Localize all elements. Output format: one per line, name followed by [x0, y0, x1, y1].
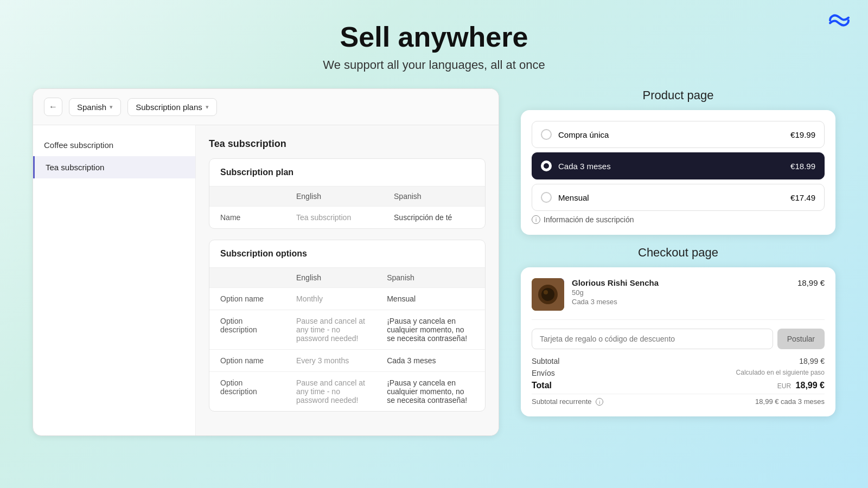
checkout-card: 1 Glorious Rishi Sencha 50g Cada 3 meses	[521, 267, 835, 416]
checkout-page-title: Checkout page	[521, 246, 835, 260]
opt1-label: Option name	[209, 288, 285, 310]
table-row: Option description Pause and cancel at a…	[209, 372, 485, 412]
discount-row: Postular	[532, 329, 825, 349]
page-subtitle: We support all your languages, all at on…	[0, 58, 868, 72]
panel-body: Coffee subscription Tea subscription Tea…	[33, 125, 499, 436]
opt2-spanish: ¡Pausa y cancela en cualquier momento, n…	[376, 310, 485, 350]
radio-icon-0	[541, 129, 552, 140]
subtotal-value: 18,99 €	[799, 357, 825, 365]
sidebar: Coffee subscription Tea subscription	[33, 125, 196, 436]
opts-col-spanish: Spanish	[376, 268, 485, 288]
total-value: 18,99 €	[796, 381, 825, 390]
product-weight: 50g	[572, 288, 790, 297]
plan-option-2[interactable]: Mensual €17.49	[532, 184, 825, 211]
product-page-title: Product page	[521, 88, 835, 102]
shipping-value: Calculado en el siguiente paso	[736, 369, 825, 377]
recurring-row: Subtotal recurrente i 18,99 € cada 3 mes…	[532, 394, 825, 406]
panel-header: ← Spanish ▾ Subscription plans ▾	[33, 89, 499, 125]
page-header: Sell anywhere We support all your langua…	[0, 0, 868, 83]
recurring-label: Subtotal recurrente	[532, 397, 592, 406]
table-row: Option name Monthly Mensual	[209, 288, 485, 310]
opt3-english: Every 3 months	[285, 350, 376, 372]
total-label: Total	[532, 381, 552, 390]
table-row: Option name Every 3 months Cada 3 meses	[209, 350, 485, 372]
shipping-row: Envíos Calculado en el siguiente paso	[532, 369, 825, 377]
table-row: Option description Pause and cancel at a…	[209, 310, 485, 350]
opts-col-empty	[209, 268, 285, 288]
svg-point-3	[544, 290, 548, 294]
content-area: Tea subscription Subscription plan Engli…	[196, 125, 499, 436]
recurring-info-icon: i	[596, 398, 603, 406]
row-label-name: Name	[209, 207, 285, 229]
plan-label-0: Compra única	[558, 130, 609, 139]
product-price: 18,99 €	[797, 278, 825, 287]
col-header-empty	[209, 187, 285, 207]
total-row: Total EUR 18,99 €	[532, 381, 825, 390]
recurring-value: 18,99 € cada 3 meses	[755, 397, 825, 406]
table-row: Name Tea subscription Suscripción de té	[209, 207, 485, 229]
sidebar-item-tea[interactable]: Tea subscription	[33, 156, 195, 178]
product-frequency: Cada 3 meses	[572, 298, 790, 306]
section-title: Tea subscription	[209, 138, 486, 150]
plan-price-0: €19.99	[790, 130, 815, 139]
plan-label-2: Mensual	[558, 193, 589, 202]
checkout-item: 1 Glorious Rishi Sencha 50g Cada 3 meses	[532, 278, 825, 320]
opt1-spanish: Mensual	[376, 288, 485, 310]
apply-button[interactable]: Postular	[777, 329, 825, 349]
product-page-card: Compra única €19.99 Cada 3 meses €18.99 …	[521, 110, 835, 235]
total-currency: EUR	[777, 382, 791, 390]
opt4-label: Option description	[209, 372, 285, 412]
back-button[interactable]: ←	[44, 98, 62, 116]
radio-icon-1	[541, 160, 552, 171]
opt4-spanish: ¡Pausa y cancela en cualquier momento, n…	[376, 372, 485, 412]
page-title: Sell anywhere	[0, 22, 868, 53]
discount-input[interactable]	[532, 329, 773, 349]
info-row: i Información de suscripción	[532, 215, 825, 224]
opt2-label: Option description	[209, 310, 285, 350]
radio-icon-2	[541, 192, 552, 203]
subscription-plan-card: Subscription plan English Spanish Name	[209, 158, 486, 229]
product-image: 1	[532, 278, 564, 311]
right-panel: Product page Compra única €19.99 Cada 3 …	[521, 88, 835, 436]
checkout-section: Checkout page 1 Glorious Ris	[521, 246, 835, 416]
plan-label-1: Cada 3 meses	[558, 162, 611, 171]
subscription-plan-table: English Spanish Name Tea subscription Su…	[209, 187, 485, 228]
info-icon: i	[532, 215, 540, 224]
loop-logo	[825, 11, 852, 35]
shipping-label: Envíos	[532, 369, 555, 377]
left-panel: ← Spanish ▾ Subscription plans ▾ Coffee …	[33, 88, 499, 436]
subtotal-label: Subtotal	[532, 357, 559, 365]
svg-point-2	[541, 288, 554, 301]
plan-price-2: €17.49	[790, 193, 815, 202]
opt2-english: Pause and cancel at any time - no passwo…	[285, 310, 376, 350]
opt3-label: Option name	[209, 350, 285, 372]
subscription-plan-header: Subscription plan	[209, 159, 485, 187]
language-chevron-icon: ▾	[110, 104, 113, 111]
col-header-spanish: Spanish	[383, 187, 485, 207]
plan-option-0[interactable]: Compra única €19.99	[532, 121, 825, 148]
plan-option-1[interactable]: Cada 3 meses €18.99	[532, 152, 825, 179]
subscription-options-card: Subscription options English Spanish Opt	[209, 240, 486, 412]
opt1-english: Monthly	[285, 288, 376, 310]
plan-price-1: €18.99	[790, 162, 815, 171]
row-english-name: Tea subscription	[285, 207, 383, 229]
opt4-english: Pause and cancel at any time - no passwo…	[285, 372, 376, 412]
subscription-options-header: Subscription options	[209, 240, 485, 268]
opt3-spanish: Cada 3 meses	[376, 350, 485, 372]
product-details: Glorious Rishi Sencha 50g Cada 3 meses	[572, 278, 790, 306]
sidebar-item-coffee[interactable]: Coffee subscription	[33, 134, 195, 156]
subtotal-row: Subtotal 18,99 €	[532, 357, 825, 365]
product-page-section: Product page Compra única €19.99 Cada 3 …	[521, 88, 835, 235]
subscription-options-table: English Spanish Option name Monthly Mens…	[209, 268, 485, 411]
opts-col-english: English	[285, 268, 376, 288]
col-header-english: English	[285, 187, 383, 207]
product-name: Glorious Rishi Sencha	[572, 278, 790, 287]
info-text: Información de suscripción	[544, 215, 634, 224]
language-dropdown[interactable]: Spanish ▾	[69, 98, 121, 116]
row-spanish-name: Suscripción de té	[383, 207, 485, 229]
plans-chevron-icon: ▾	[206, 104, 209, 111]
plans-dropdown[interactable]: Subscription plans ▾	[127, 98, 217, 116]
